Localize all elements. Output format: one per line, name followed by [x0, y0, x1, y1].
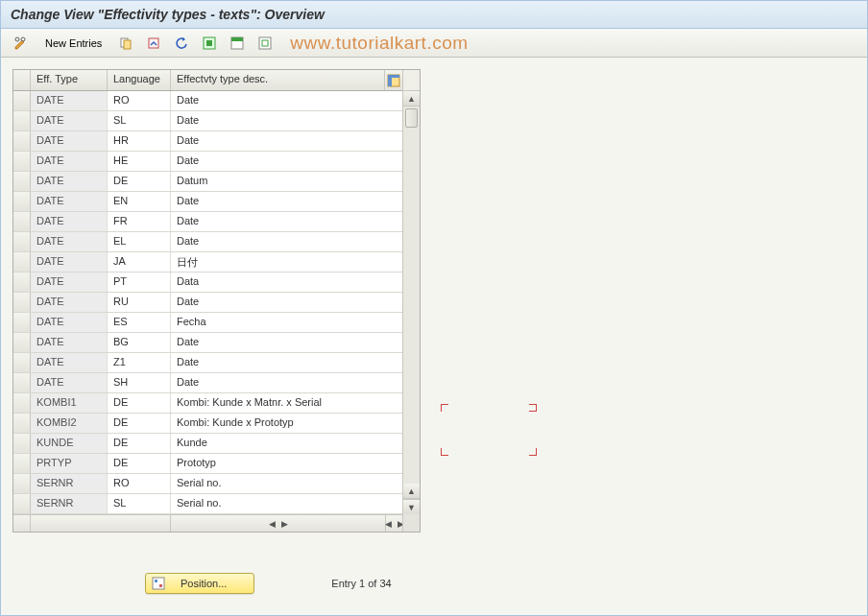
- cell-language[interactable]: ES: [108, 313, 171, 332]
- cell-desc[interactable]: Date: [171, 333, 402, 352]
- row-selector[interactable]: [13, 313, 31, 332]
- cell-desc[interactable]: Date: [171, 212, 402, 231]
- cell-language[interactable]: DE: [108, 172, 171, 191]
- hscroll-right-button[interactable]: ▶: [279, 519, 290, 529]
- deselect-all-button[interactable]: [253, 33, 277, 54]
- select-column-header[interactable]: [13, 70, 31, 90]
- row-selector[interactable]: [13, 172, 31, 191]
- cell-language[interactable]: EL: [108, 232, 171, 251]
- table-row[interactable]: DATESHDate: [13, 373, 402, 393]
- row-selector[interactable]: [13, 393, 31, 413]
- table-row[interactable]: DATEESFecha: [13, 313, 402, 333]
- cell-desc[interactable]: Date: [171, 111, 402, 130]
- undo-button[interactable]: [169, 33, 194, 54]
- row-selector[interactable]: [13, 373, 31, 392]
- cell-desc[interactable]: Date: [171, 192, 402, 211]
- hscroll-left-button[interactable]: ◀: [267, 519, 277, 529]
- row-selector[interactable]: [13, 131, 31, 151]
- table-row[interactable]: DATESLDate: [13, 111, 402, 131]
- table-row[interactable]: DATEENDate: [13, 192, 402, 212]
- table-row[interactable]: DATEELDate: [13, 232, 402, 252]
- row-selector[interactable]: [13, 252, 31, 272]
- table-row[interactable]: SERNRROSerial no.: [13, 474, 402, 494]
- cell-language[interactable]: HR: [108, 131, 171, 151]
- table-row[interactable]: DATEHRDate: [13, 131, 402, 152]
- cell-language[interactable]: HE: [108, 152, 171, 171]
- cell-language[interactable]: DE: [108, 393, 171, 413]
- vscroll-down-button[interactable]: ▼: [403, 499, 420, 514]
- cell-desc[interactable]: Date: [171, 131, 402, 151]
- cell-desc[interactable]: Prototyp: [171, 454, 402, 473]
- column-header-desc[interactable]: Effectvty type desc.: [171, 70, 385, 90]
- row-selector[interactable]: [13, 333, 31, 352]
- cell-desc[interactable]: 日付: [171, 252, 402, 272]
- row-selector[interactable]: [13, 212, 31, 231]
- table-row[interactable]: DATEDEDatum: [13, 172, 402, 192]
- table-row[interactable]: KOMBI2DEKombi: Kunde x Prototyp: [13, 414, 402, 434]
- cell-desc[interactable]: Kombi: Kunde x Prototyp: [171, 414, 402, 433]
- cell-desc[interactable]: Date: [171, 152, 402, 171]
- row-selector[interactable]: [13, 434, 31, 453]
- cell-language[interactable]: BG: [108, 333, 171, 352]
- cell-desc[interactable]: Serial no.: [171, 494, 402, 513]
- row-selector[interactable]: [13, 494, 31, 513]
- cell-language[interactable]: DE: [108, 454, 171, 473]
- cell-language[interactable]: FR: [108, 212, 171, 231]
- table-row[interactable]: DATEPTData: [13, 272, 402, 293]
- select-block-button[interactable]: [225, 33, 250, 54]
- table-row[interactable]: DATEHEDate: [13, 152, 402, 172]
- position-button[interactable]: Position...: [145, 573, 254, 594]
- cell-language[interactable]: SH: [108, 373, 171, 392]
- cell-language[interactable]: SL: [108, 111, 171, 130]
- row-selector[interactable]: [13, 454, 31, 473]
- cell-language[interactable]: DE: [108, 414, 171, 433]
- cell-desc[interactable]: Date: [171, 232, 402, 251]
- table-row[interactable]: DATERUDate: [13, 293, 402, 313]
- copy-as-button[interactable]: [113, 33, 138, 54]
- delete-button[interactable]: [141, 33, 166, 54]
- cell-desc[interactable]: Date: [171, 91, 402, 110]
- cell-language[interactable]: RO: [108, 474, 171, 493]
- configure-columns-button[interactable]: [385, 70, 402, 90]
- cell-desc[interactable]: Kombi: Kunde x Matnr. x Serial: [171, 393, 402, 413]
- new-entries-button[interactable]: New Entries: [36, 33, 110, 54]
- cell-language[interactable]: RU: [108, 293, 171, 312]
- cell-language[interactable]: SL: [108, 494, 171, 513]
- row-selector[interactable]: [13, 152, 31, 171]
- cell-desc[interactable]: Date: [171, 373, 402, 392]
- table-row[interactable]: PRTYPDEPrototyp: [13, 454, 402, 474]
- row-selector[interactable]: [13, 91, 31, 110]
- cell-language[interactable]: RO: [108, 91, 171, 110]
- column-header-language[interactable]: Language: [108, 70, 171, 90]
- row-selector[interactable]: [13, 272, 31, 292]
- table-row[interactable]: DATERODate: [13, 91, 402, 111]
- select-all-button[interactable]: [197, 33, 222, 54]
- row-selector[interactable]: [13, 353, 31, 372]
- row-selector[interactable]: [13, 414, 31, 433]
- cell-desc[interactable]: Fecha: [171, 313, 402, 332]
- table-row[interactable]: DATEZ1Date: [13, 353, 402, 373]
- cell-language[interactable]: Z1: [108, 353, 171, 372]
- cell-desc[interactable]: Date: [171, 293, 402, 312]
- row-selector[interactable]: [13, 474, 31, 493]
- cell-language[interactable]: EN: [108, 192, 171, 211]
- vscroll-up-button[interactable]: ▲: [403, 91, 420, 107]
- vscroll-up2-button[interactable]: ▲: [403, 484, 420, 499]
- table-row[interactable]: SERNRSLSerial no.: [13, 494, 402, 514]
- column-header-eff-type[interactable]: Eff. Type: [31, 70, 108, 90]
- table-row[interactable]: DATEJA日付: [13, 252, 402, 272]
- cell-language[interactable]: DE: [108, 434, 171, 453]
- row-selector[interactable]: [13, 192, 31, 211]
- hscroll2-left-button[interactable]: ◀: [383, 519, 394, 529]
- cell-desc[interactable]: Kunde: [171, 434, 402, 453]
- table-row[interactable]: KUNDEDEKunde: [13, 434, 402, 454]
- vscroll-thumb[interactable]: [405, 108, 418, 128]
- cell-desc[interactable]: Serial no.: [171, 474, 402, 493]
- toggle-change-button[interactable]: [9, 33, 34, 54]
- table-row[interactable]: DATEBGDate: [13, 333, 402, 353]
- table-row[interactable]: DATEFRDate: [13, 212, 402, 232]
- cell-desc[interactable]: Date: [171, 353, 402, 372]
- cell-desc[interactable]: Data: [171, 272, 402, 292]
- row-selector[interactable]: [13, 111, 31, 130]
- vscroll-track[interactable]: [403, 107, 420, 484]
